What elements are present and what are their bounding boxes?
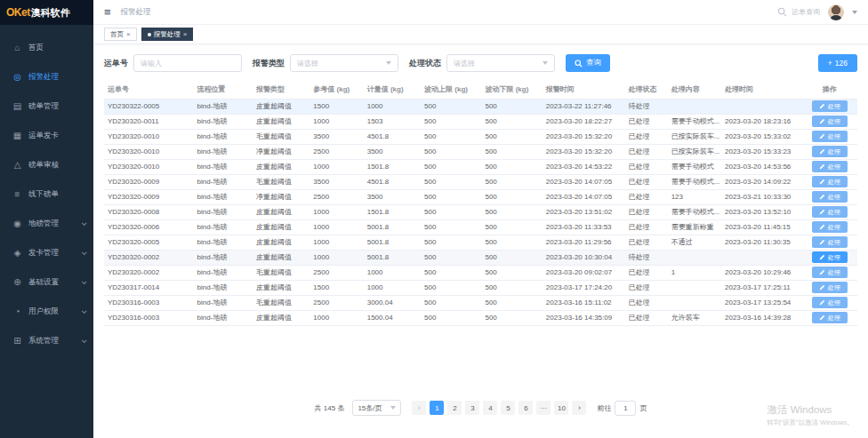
handle-button[interactable]: 处理 (812, 267, 848, 278)
ticket-icon: ▤ (12, 101, 22, 111)
alarm-type-cell: 毛重超阈值 (253, 174, 309, 189)
alarm-count-button[interactable]: + 126 (818, 54, 857, 72)
waybill-cell: YD230320-0009 (104, 174, 194, 189)
content-cell: 需要重新称重 (668, 219, 721, 235)
content-cell (668, 250, 721, 265)
handle-button[interactable]: 处理 (812, 221, 848, 233)
action-cell: 处理 (802, 219, 857, 235)
page-button-4[interactable]: 4 (483, 401, 497, 415)
alarm-icon: ◎ (12, 72, 22, 82)
handle-button[interactable]: 处理 (812, 251, 848, 263)
content-cell: 不通过 (668, 235, 721, 250)
action-cell: 处理 (802, 295, 857, 310)
alarm-time-cell: 2023-03-17 17:24:20 (542, 280, 625, 295)
alarm-count-value: 126 (835, 59, 848, 68)
content-cell: 需要手动模式... (668, 204, 721, 219)
content-cell: 需要手动模式... (668, 174, 721, 189)
status-select[interactable]: 请选择 (446, 54, 555, 72)
breadcrumb: 报警处理 (121, 7, 151, 18)
handle-button[interactable]: 处理 (812, 131, 848, 142)
lower-limit-cell: 500 (481, 114, 542, 129)
handle-button-label: 处理 (828, 314, 840, 323)
page-ellipsis-button[interactable]: ··· (536, 401, 551, 415)
weighbridge-icon: ◉ (12, 219, 22, 228)
handle-button[interactable]: 处理 (812, 161, 848, 172)
sidebar-item-weighbridge[interactable]: ◉地磅管理 (0, 209, 93, 238)
table-row: YD230320-0002bind-地磅皮重超阈值10005001.850050… (104, 250, 857, 265)
alarm-type-select[interactable]: 请选择 (290, 54, 398, 72)
page-button-10[interactable]: 10 (554, 401, 568, 415)
status-cell: 已处理 (624, 310, 667, 325)
handle-button[interactable]: 处理 (812, 146, 848, 157)
global-search[interactable]: 运单查询 (777, 7, 820, 17)
handle-button[interactable]: 处理 (812, 191, 848, 203)
edit-icon (819, 269, 825, 275)
handle-button[interactable]: 处理 (812, 100, 848, 112)
search-button[interactable]: 查询 (566, 54, 610, 72)
sidebar-item-settings[interactable]: ⊕基础设置 (0, 267, 93, 297)
page-button-1[interactable]: 1 (430, 401, 444, 415)
app-window: OKet 澳科软件 ⌂首页◎报警处理▤磅单管理▦运单发卡△磅单审核≡线下磅单◉地… (0, 0, 868, 438)
sidebar-item-card[interactable]: ▦运单发卡 (0, 121, 93, 150)
action-cell: 处理 (802, 310, 857, 325)
column-header: 波动下限 (kg) (481, 80, 542, 99)
next-page-button[interactable]: › (572, 401, 586, 415)
sidebar-item-alarm[interactable]: ◎报警处理 (0, 62, 93, 92)
alarm-type-placeholder: 请选择 (297, 59, 318, 68)
handle-button[interactable]: 处理 (812, 115, 848, 127)
ref-value-cell: 2500 (309, 144, 363, 159)
system-icon: ⊞ (12, 336, 22, 346)
page-button-3[interactable]: 3 (465, 401, 479, 415)
table-row: YD230320-0010bind-地磅净重超阈值250035005005002… (104, 144, 857, 159)
handle-button[interactable]: 处理 (812, 236, 848, 248)
handle-button-label: 处理 (828, 283, 840, 292)
waybill-cell: YD230320-0010 (104, 129, 194, 144)
waybill-cell: YD230320-0008 (104, 204, 194, 219)
user-avatar[interactable] (828, 4, 844, 20)
lower-limit-cell: 500 (481, 250, 542, 265)
handle-button[interactable]: 处理 (812, 176, 848, 187)
lower-limit-cell: 500 (481, 310, 542, 325)
tab-首页[interactable]: 首页× (104, 28, 137, 41)
handle-button[interactable]: 处理 (812, 206, 848, 218)
close-icon[interactable]: × (183, 30, 188, 38)
close-icon[interactable]: × (126, 30, 131, 38)
sidebar-item-home[interactable]: ⌂首页 (0, 33, 93, 62)
tab-报警处理[interactable]: 报警处理× (141, 28, 194, 41)
upper-limit-cell: 500 (421, 144, 481, 159)
prev-page-button[interactable]: ‹ (412, 401, 426, 415)
waybill-input[interactable]: 请输入 (133, 54, 242, 72)
waybill-cell: YD230316-0003 (104, 295, 194, 310)
goto-page: 前往 页 (597, 401, 647, 416)
handle-button[interactable]: 处理 (812, 297, 848, 308)
alarm-time-cell: 2023-03-22 11:27:46 (542, 99, 625, 114)
measured-value-cell: 5001.8 (364, 250, 421, 265)
handle-button-label: 处理 (828, 208, 840, 217)
sidebar-item-user[interactable]: ◔用户权限 (0, 297, 93, 326)
handle-button[interactable]: 处理 (812, 312, 848, 323)
page-button-6[interactable]: 6 (518, 401, 533, 415)
ref-value-cell: 3500 (309, 129, 363, 144)
sidebar-item-issue[interactable]: ◈发卡管理 (0, 238, 93, 267)
status-cell: 已处理 (624, 295, 667, 310)
sidebar-item-system[interactable]: ⊞系统管理 (0, 326, 93, 355)
status-placeholder: 请选择 (454, 59, 475, 68)
upper-limit-cell: 500 (421, 114, 481, 129)
hamburger-menu-icon[interactable]: ≡ (104, 6, 111, 18)
status-cell: 待处理 (624, 99, 667, 114)
column-header: 参考值 (kg) (309, 80, 363, 99)
avatar-caret-icon[interactable] (852, 11, 857, 14)
sidebar-item-review[interactable]: △磅单审核 (0, 150, 93, 179)
alarm-type-cell: 毛重超阈值 (253, 129, 309, 144)
sidebar-item-offline[interactable]: ≡线下磅单 (0, 179, 93, 209)
table-header-row: 运单号流程位置报警类型参考值 (kg)计量值 (kg)波动上限 (kg)波动下限… (104, 80, 857, 99)
page-size-select[interactable]: 15条/页 (352, 400, 401, 416)
handle-time-cell: 2023-03-20 10:29:46 (721, 265, 802, 280)
goto-page-input[interactable] (615, 401, 636, 416)
page-button-5[interactable]: 5 (501, 401, 515, 415)
page-button-2[interactable]: 2 (447, 401, 462, 415)
handle-button[interactable]: 处理 (812, 282, 848, 293)
upper-limit-cell: 500 (421, 295, 481, 310)
sidebar-item-ticket[interactable]: ▤磅单管理 (0, 92, 93, 121)
goto-label: 前往 (597, 403, 611, 413)
